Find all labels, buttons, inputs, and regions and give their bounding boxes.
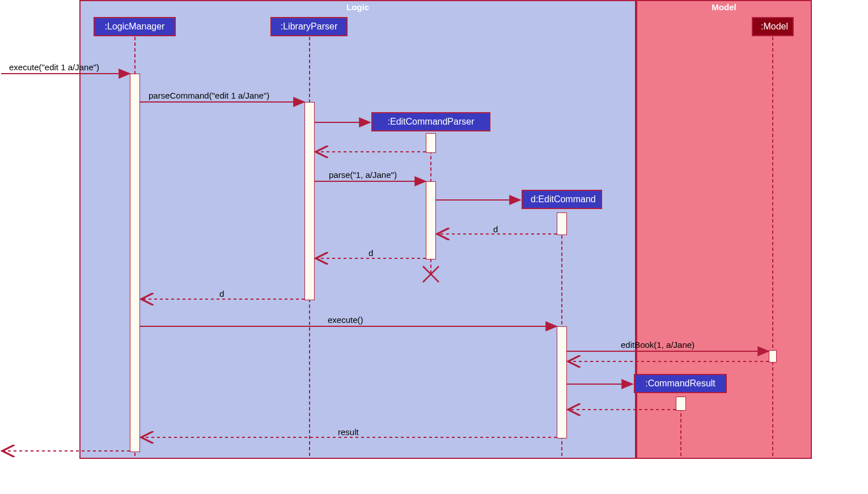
msg-execute-call: execute(): [328, 315, 363, 325]
activation-editcommandparser-2: [426, 181, 436, 259]
msg-execute-in: execute("edit 1 a/Jane"): [9, 62, 99, 72]
participant-model: :Model: [752, 17, 794, 36]
msg-return-d1: d: [493, 224, 498, 234]
participant-editcommand: d:EditCommand: [522, 190, 602, 209]
sequence-diagram: Logic Model :LogicManager :LibraryParser…: [0, 0, 868, 494]
activation-model: [769, 350, 777, 363]
lifeline-model: [772, 37, 773, 456]
participant-logicmanager: :LogicManager: [94, 17, 176, 36]
activation-editcommandparser-1: [426, 133, 436, 153]
activation-libraryparser: [304, 102, 315, 300]
frame-label-model: Model: [712, 2, 736, 12]
activation-editcommand-2: [557, 326, 567, 438]
activation-logicmanager: [130, 74, 140, 452]
participant-libraryparser: :LibraryParser: [270, 17, 348, 36]
msg-result: result: [338, 427, 359, 437]
activation-commandresult: [676, 397, 686, 411]
msg-parsecommand: parseCommand("edit 1 a/Jane"): [149, 91, 269, 100]
msg-return-d2: d: [369, 248, 373, 258]
participant-editcommandparser: :EditCommandParser: [371, 112, 490, 131]
participant-commandresult: :CommandResult: [634, 374, 727, 393]
frame-logic: Logic: [79, 0, 636, 459]
msg-parse: parse("1, a/Jane"): [329, 170, 397, 180]
msg-return-d3: d: [219, 289, 224, 299]
msg-editbook: editBook(1, a/Jane): [621, 340, 695, 350]
frame-label-logic: Logic: [346, 2, 369, 12]
activation-editcommand-1: [557, 212, 567, 235]
